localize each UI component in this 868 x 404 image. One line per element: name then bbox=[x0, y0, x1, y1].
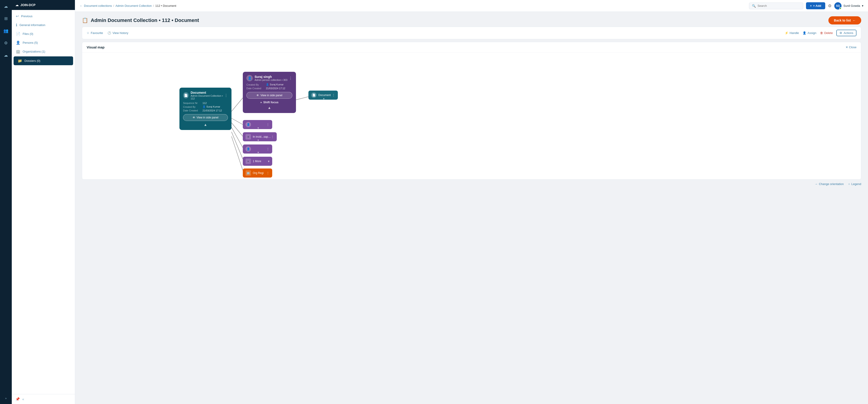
one-more-node-expand[interactable]: ▾ bbox=[268, 160, 270, 163]
sidebar-item-label-previous: Previous bbox=[21, 15, 33, 18]
sidebar-item-organizations[interactable]: 🏢 Organizations (1) bbox=[12, 47, 75, 56]
info-icon: ℹ bbox=[16, 23, 17, 27]
suraj-node-header: 👤 Suraj singh Admin person collection • … bbox=[246, 75, 292, 81]
org-regi-node-menu[interactable]: ⋮ bbox=[266, 171, 270, 175]
doc-small-node-collapse[interactable]: ▾ bbox=[312, 97, 335, 100]
add-button[interactable]: + + Add bbox=[806, 2, 826, 9]
document-node-avatar: 📄 bbox=[183, 92, 189, 98]
small-node-3-collapse[interactable]: ▾ bbox=[247, 151, 270, 154]
collapse-sidebar-icon[interactable]: « bbox=[22, 397, 24, 401]
suraj-node-collapse[interactable]: ▲ bbox=[246, 106, 292, 110]
sidebar-item-label-general: General information bbox=[20, 23, 45, 27]
sidebar-header: ☁ JOIN-DCP bbox=[12, 0, 75, 10]
sidebar-item-label-organizations: Organizations (1) bbox=[23, 50, 45, 53]
suraj-node-view-btn[interactable]: 👁 View in side panel bbox=[246, 92, 292, 99]
breadcrumb-part-2[interactable]: Admin Document Collection bbox=[115, 4, 152, 7]
actions-link[interactable]: ⚙ Actions bbox=[836, 30, 857, 36]
sidebar-item-label-persons: Persons (5) bbox=[23, 41, 38, 45]
document-node-seq-field: Sequence Nr 112 bbox=[183, 102, 228, 105]
svg-line-5 bbox=[231, 132, 243, 159]
avatar: SG bbox=[834, 2, 841, 9]
legend-link[interactable]: ○ Legend bbox=[848, 182, 861, 186]
breadcrumb-sep-2: / bbox=[153, 4, 154, 7]
svg-line-4 bbox=[231, 127, 243, 148]
search-input[interactable] bbox=[757, 4, 800, 7]
sidebar-item-dossiers[interactable]: 📁 Dossiers (0) bbox=[13, 56, 73, 65]
favourite-link[interactable]: ☆ Favourite bbox=[87, 31, 103, 35]
document-node-header: 📄 Document Admin Document Collection • 1… bbox=[183, 91, 228, 100]
view-history-link[interactable]: 🕐 View history bbox=[107, 31, 128, 35]
sidebar-item-files[interactable]: 📄 Files (0) bbox=[12, 29, 75, 38]
expand-rail-button[interactable]: » bbox=[3, 395, 9, 402]
document-node-menu-icon[interactable]: ⋮ bbox=[224, 93, 228, 97]
dossiers-icon: 📁 bbox=[18, 59, 22, 63]
sidebar-nav: ↩ Previous ℹ General information 📄 Files… bbox=[12, 10, 75, 394]
small-node-2-collapse[interactable]: ▾ bbox=[247, 139, 270, 142]
visual-map-title: Visual map bbox=[87, 45, 104, 49]
action-bar: ☆ Favourite 🕐 View history ⚡ Handle 👤 As… bbox=[82, 27, 861, 39]
sidebar-item-general-information[interactable]: ℹ General information bbox=[12, 21, 75, 29]
star-icon: ☆ bbox=[87, 31, 89, 35]
visual-map-header: Visual map ✕ Close bbox=[82, 42, 861, 53]
sidebar-item-previous[interactable]: ↩ Previous bbox=[12, 12, 75, 21]
settings-icon[interactable]: ⚙ bbox=[2, 39, 10, 47]
document-node-collapse[interactable]: ▲ bbox=[183, 123, 228, 127]
logo-icon[interactable]: ☁ bbox=[2, 2, 10, 10]
small-node-1-collapse[interactable]: ▾ bbox=[247, 126, 270, 129]
back-arrow-right-icon: ← bbox=[852, 19, 856, 22]
doc-icon: 📋 bbox=[82, 18, 88, 23]
user-dropdown-icon[interactable]: ▾ bbox=[862, 4, 864, 7]
breadcrumb-sep-1: / bbox=[113, 4, 114, 7]
breadcrumb-part-1[interactable]: Document collections bbox=[84, 4, 112, 7]
shift-focus-link[interactable]: » Shift focus bbox=[246, 100, 292, 104]
visual-map-container: Visual map ✕ Close bbox=[82, 42, 861, 180]
one-more-node-left: ≡ 1 More bbox=[246, 158, 261, 164]
small-node-1-menu[interactable]: ⋮ bbox=[266, 123, 270, 126]
org-regi-node: 🏢 Org Regi ⋮ bbox=[243, 169, 272, 177]
sidebar-logo-icon: ☁ bbox=[16, 3, 19, 7]
delete-link[interactable]: 🗑 Delete bbox=[820, 31, 833, 35]
add-button-label: + Add bbox=[813, 4, 821, 7]
persons-icon: 👤 bbox=[16, 40, 20, 45]
clock-icon: 🕐 bbox=[107, 31, 111, 35]
back-to-list-button[interactable]: Back to list ← bbox=[828, 16, 861, 25]
assign-link[interactable]: 👤 Assign bbox=[803, 31, 816, 35]
org-regi-node-label: Org Regi bbox=[253, 171, 264, 175]
svg-line-1 bbox=[295, 97, 308, 100]
close-button[interactable]: ✕ Close bbox=[846, 46, 857, 49]
back-arrow-icon[interactable]: ← bbox=[80, 4, 83, 7]
main-content: ← Document collections / Admin Document … bbox=[75, 0, 868, 404]
pin-icon[interactable]: 📌 bbox=[16, 397, 20, 401]
gear-icon[interactable]: ⚙ bbox=[828, 3, 832, 8]
action-bar-left: ☆ Favourite 🕐 View history bbox=[87, 31, 128, 35]
small-node-2-menu[interactable]: ⋮ bbox=[271, 135, 274, 139]
eye-icon: 👁 bbox=[192, 116, 195, 119]
document-node-subtitle: Admin Document Collection • 112 bbox=[190, 94, 224, 100]
bottom-bar: → Change orientation ○ Legend bbox=[75, 180, 868, 189]
organizations-icon: 🏢 bbox=[16, 49, 20, 54]
home-icon[interactable]: ⊞ bbox=[2, 15, 10, 23]
change-orientation-link[interactable]: → Change orientation bbox=[815, 182, 844, 186]
document-node-header-left: 📄 Document Admin Document Collection • 1… bbox=[183, 91, 224, 100]
search-box[interactable]: 🔍 bbox=[749, 2, 803, 9]
doc-small-node-menu[interactable]: ⋮ bbox=[332, 93, 335, 97]
close-x-icon: ✕ bbox=[846, 46, 848, 49]
document-node-name: Document bbox=[190, 91, 224, 94]
suraj-node-menu-icon[interactable]: ⋮ bbox=[289, 76, 292, 80]
page-header: 📋 Admin Document Collection • 112 • Docu… bbox=[75, 12, 868, 27]
document-node-view-btn[interactable]: 👁 View in side panel bbox=[183, 114, 228, 121]
small-node-3-menu[interactable]: ⋮ bbox=[266, 147, 270, 151]
people-icon[interactable]: 👥 bbox=[2, 27, 10, 35]
handle-link[interactable]: ⚡ Handle bbox=[785, 31, 799, 35]
user-area[interactable]: SG Sunil Gowda ▾ bbox=[834, 2, 864, 9]
legend-icon: ○ bbox=[848, 182, 850, 186]
cloud-icon[interactable]: ☁ bbox=[2, 51, 10, 59]
document-node: 📄 Document Admin Document Collection • 1… bbox=[180, 88, 231, 130]
doc-small-node-label: Document bbox=[318, 93, 331, 97]
org-regi-node-left: 🏢 Org Regi bbox=[246, 170, 264, 176]
sidebar-item-persons[interactable]: 👤 Persons (5) bbox=[12, 38, 75, 47]
assign-icon: 👤 bbox=[803, 31, 806, 35]
handle-icon: ⚡ bbox=[785, 31, 788, 35]
small-node-2-label: In incid...sapiente bbox=[253, 135, 271, 138]
shift-focus-icon: » bbox=[260, 100, 262, 104]
